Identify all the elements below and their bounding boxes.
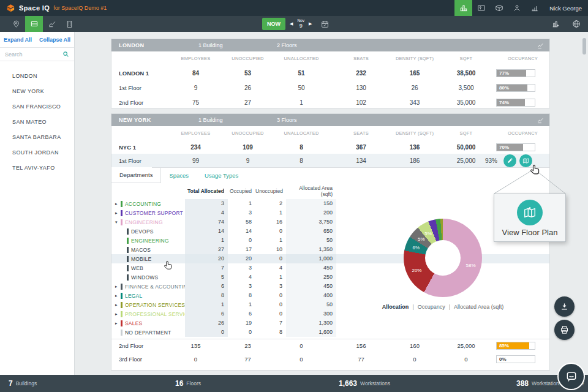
department-row[interactable]: ▸ PROFESSIONAL SERVICES 6 6 0 300: [111, 309, 549, 318]
chart-toggle[interactable]: Allocated Area (sqft): [445, 304, 503, 310]
allocated-area-value: 50: [286, 236, 336, 245]
expand-arrow-icon[interactable]: ▸: [115, 202, 121, 206]
user-nav-icon[interactable]: [508, 0, 526, 16]
detail-tab[interactable]: Usage Types: [197, 167, 246, 183]
table-row[interactable]: 2nd Floor 135 23 0 156 160 25,000 85%: [111, 339, 549, 352]
location-list-item[interactable]: LONDON: [0, 69, 74, 84]
location-list-item[interactable]: SAN MATEO: [0, 115, 74, 130]
department-color-bar: [121, 320, 123, 326]
seats-value: 77: [329, 356, 393, 363]
trend-chart-icon[interactable]: [537, 42, 545, 49]
section-buildings-count: 1 Building: [198, 42, 277, 48]
allocated-area-value: 450: [286, 263, 336, 273]
chart-toggle[interactable]: Occupancy: [409, 304, 445, 310]
expand-arrow-icon[interactable]: ▸: [115, 284, 121, 289]
department-color-bar: [121, 311, 123, 317]
department-row[interactable]: ▸ ACCOUNTING 3 1 2 150: [111, 199, 549, 208]
allocated-area-value: 400: [286, 291, 336, 300]
seats-value: 232: [329, 70, 393, 77]
table-row[interactable]: 3rd Floor 0 77 0 77 0 0 0%: [111, 352, 549, 366]
detail-tab[interactable]: Departments: [111, 167, 161, 183]
expand-arrow-icon[interactable]: ▾: [115, 220, 121, 225]
spaceiq-app: Space IQ for SpaceIQ Demo #1 Nick George: [0, 0, 588, 392]
expand-arrow-icon[interactable]: ▸: [115, 303, 121, 307]
collapse-all-link[interactable]: Collapse All: [39, 37, 70, 43]
department-row[interactable]: ▸ CUSTOMER SUPPORT 4 3 1 200: [111, 208, 549, 217]
department-color-bar: [127, 265, 129, 271]
expand-arrow-icon[interactable]: ▸: [115, 312, 121, 317]
search-input[interactable]: [5, 51, 58, 58]
expand-all-link[interactable]: Expand All: [4, 37, 32, 43]
department-row[interactable]: NO DEPARTMENT 0 0 8 1,600: [111, 328, 549, 337]
unallocated-value: 1: [274, 99, 329, 106]
location-list-item[interactable]: TEL AVIV-YAFO: [0, 160, 74, 176]
table-row[interactable]: NYC 1 234 109 8 367 136 50,000 70%: [111, 140, 549, 154]
buildings-nav-icon[interactable]: [454, 0, 472, 16]
download-button[interactable]: [554, 296, 575, 317]
print-button[interactable]: [554, 320, 575, 340]
table-row[interactable]: 2nd Floor 75 27 1 102 343 35,000 74%: [111, 95, 549, 110]
now-button[interactable]: NOW: [262, 18, 285, 30]
view-floor-plan-button[interactable]: [519, 154, 532, 167]
location-list-item[interactable]: SANTA BARBARA: [0, 130, 74, 145]
table-row[interactable]: LONDON 1 84 53 51 232 165 38,500 77%: [111, 66, 549, 80]
column-header: UNOCCUPIED: [222, 56, 274, 61]
department-name-cell: ▸ SALES: [111, 318, 185, 328]
next-day-arrow-icon[interactable]: ▶: [304, 21, 316, 26]
department-color-bar: [127, 247, 129, 253]
scrollbar-thumb[interactable]: [582, 38, 586, 55]
newyork-column-headers: EMPLOYEESUNOCCUPIEDUNALLOCATEDSEATSDENSI…: [111, 126, 549, 140]
detail-tab[interactable]: Spaces: [161, 167, 197, 183]
building-grid-icon[interactable]: [61, 16, 78, 32]
sqft-value: 50,000: [436, 144, 496, 151]
section-floors-count: 3 Floors: [277, 117, 537, 123]
stack-view-icon[interactable]: [25, 16, 43, 32]
current-date[interactable]: Nov 9: [297, 18, 304, 29]
map-nav-icon[interactable]: [472, 0, 490, 16]
expand-arrow-icon[interactable]: ▸: [115, 211, 121, 216]
table-row[interactable]: 1st Floor 99 9 8 134 186 25,000 93%: [111, 154, 549, 167]
location-pin-icon[interactable]: [7, 16, 25, 32]
expand-arrow-icon[interactable]: ▸: [115, 293, 121, 298]
tree-controls: Expand All Collapse All: [0, 32, 74, 48]
employees-value: 0: [170, 356, 222, 363]
package-nav-icon[interactable]: [490, 0, 508, 16]
search-icon[interactable]: [62, 51, 69, 58]
occupancy-text: 93%: [485, 157, 497, 164]
department-name: CUSTOMER SUPPORT: [125, 210, 183, 216]
location-list-item[interactable]: SOUTH JORDAN: [0, 145, 74, 160]
column-header: UNALLOCATED: [274, 130, 329, 136]
unallocated-value: 0: [274, 356, 329, 363]
reports-nav-icon[interactable]: [526, 0, 543, 16]
density-value: 343: [393, 99, 436, 106]
department-row[interactable]: ▸ SALES 26 19 7 1,300: [111, 318, 549, 328]
prev-day-arrow-icon[interactable]: ◀: [285, 21, 297, 26]
calendar-icon[interactable]: [321, 20, 329, 28]
trend-view-icon[interactable]: [43, 16, 61, 32]
location-list-item[interactable]: SAN FRANCISCO: [0, 99, 74, 115]
occupancy-cell: 0%: [496, 355, 549, 363]
allocated-area-value: 1,300: [286, 318, 336, 328]
top-nav-icons: Nick George: [454, 0, 582, 16]
newyork-section-header[interactable]: NEW YORK 1 Building 3 Floors: [111, 114, 549, 126]
department-name: OPERATION SERVICES: [125, 302, 185, 308]
unallocated-value: 50: [274, 85, 329, 91]
user-name[interactable]: Nick George: [549, 5, 582, 12]
summary-footer: 7 Buildings 16 Floors 1,663 Workstations…: [0, 375, 588, 392]
trend-chart-icon[interactable]: [537, 117, 545, 124]
floor-plan-map-icon: [517, 200, 543, 225]
london-section-header[interactable]: LONDON 1 Building 2 Floors: [111, 39, 549, 51]
column-header: UNALLOCATED: [274, 56, 329, 61]
globe-icon[interactable]: [572, 16, 581, 32]
employees-value: 234: [170, 144, 222, 151]
chart-toggle[interactable]: Allocation: [382, 304, 409, 310]
density-value: 136: [393, 144, 436, 151]
table-row[interactable]: 1st Floor 9 26 50 130 26 3,500 80%: [111, 80, 549, 95]
edit-floor-button[interactable]: [503, 154, 516, 167]
expand-arrow-icon[interactable]: ▸: [115, 321, 121, 326]
view-floor-plan-popup[interactable]: View Floor Plan: [494, 194, 566, 242]
location-list-item[interactable]: NEW YORK: [0, 84, 74, 99]
occupancy-cell: 77%: [496, 69, 549, 77]
chat-button[interactable]: [557, 363, 585, 390]
building-settings-icon[interactable]: [552, 16, 560, 32]
